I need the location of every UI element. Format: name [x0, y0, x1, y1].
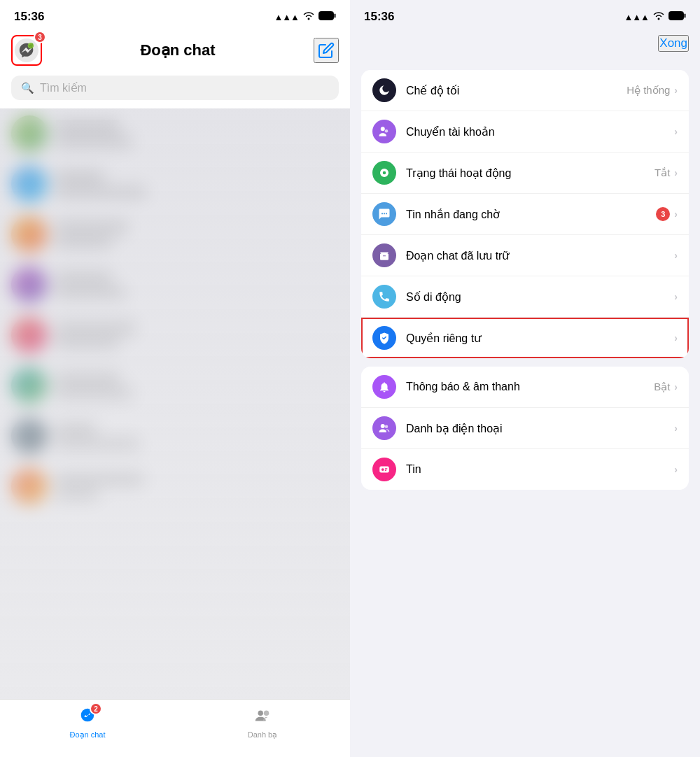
archive-icon: [378, 249, 391, 262]
wifi-icon-left: [303, 10, 314, 23]
svg-point-20: [382, 468, 384, 471]
archived-chats-chevron: ›: [674, 250, 678, 261]
dark-mode-value: Hệ thống: [626, 84, 670, 97]
page-title-left: Đoạn chat: [140, 41, 215, 59]
status-icons-left: ▲▲▲: [274, 10, 336, 23]
notifications-label: Thông báo & âm thanh: [406, 381, 654, 393]
menu-item-dark-mode[interactable]: Chế độ tối Hệ thống ›: [361, 70, 689, 111]
search-placeholder: Tìm kiếm: [40, 81, 87, 94]
menu-item-switch-account[interactable]: Chuyển tài khoản ›: [361, 111, 689, 153]
tab-item-doan-chat[interactable]: 2 Đoạn chat: [0, 707, 175, 740]
menu-item-media[interactable]: Tin ›: [361, 449, 689, 490]
svg-point-16: [386, 213, 387, 214]
search-bar[interactable]: 🔍 Tìm kiếm: [11, 76, 339, 100]
switch-icon: [378, 125, 391, 138]
tab-item-danh-ba[interactable]: Danh bạ: [175, 707, 350, 740]
menu-container: Chế độ tối Hệ thống › Chuyển tài khoản ›: [350, 70, 700, 757]
menu-item-pending-messages[interactable]: Tin nhắn đang chờ 3 ›: [361, 194, 689, 235]
notifications-icon-wrap: [372, 375, 396, 399]
svg-point-6: [258, 711, 263, 716]
chat-list: ████████ ███████████ ██████ ████████████…: [0, 108, 350, 699]
notifications-value: Bật: [654, 381, 670, 393]
contacts-label: Danh bạ điện thoại: [406, 422, 674, 435]
tab-icon-wrap-contacts: [253, 707, 272, 728]
active-status-icon-wrap: [372, 161, 396, 185]
menu-item-notifications[interactable]: Thông báo & âm thanh Bật ›: [361, 367, 689, 408]
media-chevron: ›: [674, 464, 678, 475]
right-panel: 15:36 ▲▲▲ Xong: [350, 0, 700, 757]
svg-rect-0: [319, 12, 334, 20]
svg-point-18: [385, 425, 388, 429]
svg-rect-8: [669, 12, 684, 20]
svg-point-7: [264, 711, 269, 716]
active-status-chevron: ›: [674, 167, 678, 178]
compose-button[interactable]: [314, 38, 339, 63]
privacy-icon-wrap: [372, 326, 396, 350]
pending-messages-chevron: ›: [674, 208, 678, 220]
menu-section-2: Thông báo & âm thanh Bật › Danh bạ điện …: [361, 367, 689, 490]
svg-point-17: [381, 424, 385, 428]
dark-mode-label: Chế độ tối: [406, 84, 626, 97]
menu-item-phone[interactable]: Số di động ›: [361, 276, 689, 318]
svg-point-11: [385, 129, 388, 133]
switch-account-icon-wrap: [372, 120, 396, 143]
menu-item-privacy[interactable]: Quyền riêng tư ›: [361, 318, 689, 358]
svg-text:🌿: 🌿: [28, 43, 34, 49]
menu-item-contacts[interactable]: Danh bạ điện thoại ›: [361, 408, 689, 449]
signal-icon-left: ▲▲▲: [274, 12, 299, 22]
privacy-label: Quyền riêng tư: [406, 332, 674, 345]
tab-label-danh-ba: Danh bạ: [248, 730, 277, 740]
signal-icon-right: ▲▲▲: [624, 12, 649, 22]
search-icon-left: 🔍: [21, 82, 34, 94]
svg-rect-19: [379, 467, 389, 473]
status-time-right: 15:36: [364, 10, 394, 24]
phone-chevron: ›: [674, 291, 678, 302]
pending-messages-label: Tin nhắn đang chờ: [406, 208, 656, 221]
pending-messages-badge: 3: [656, 207, 670, 221]
svg-rect-22: [385, 469, 386, 471]
app-icon-badge-container[interactable]: 🌿 3: [11, 35, 42, 66]
dark-mode-chevron: ›: [674, 85, 678, 96]
contacts-icon-wrap: [372, 416, 396, 440]
moon-icon: [378, 84, 391, 97]
battery-icon-right: [668, 10, 686, 23]
status-bar-right: 15:36 ▲▲▲: [350, 0, 700, 31]
shield-icon: [378, 332, 391, 344]
nav-bar-right: Xong: [350, 31, 700, 59]
phone-icon: [378, 290, 391, 303]
archived-chats-icon-wrap: [372, 243, 396, 267]
status-bar-left: 15:36 ▲▲▲: [0, 0, 350, 31]
archived-chats-label: Đoạn chat đã lưu trữ: [406, 249, 674, 262]
svg-point-13: [383, 171, 386, 175]
tab-bar-left: 2 Đoạn chat Danh bạ: [0, 699, 350, 757]
contacts-icon: [378, 422, 391, 434]
status-time-left: 15:36: [14, 10, 44, 24]
bell-icon: [378, 381, 391, 393]
media-label: Tin: [406, 463, 674, 476]
app-badge: 3: [34, 31, 46, 43]
blur-overlay: [0, 108, 350, 699]
left-panel: 15:36 ▲▲▲: [0, 0, 350, 757]
media-icon: [378, 463, 391, 476]
chat-bubble-icon: [378, 208, 391, 220]
battery-icon-left: [318, 10, 336, 23]
svg-point-10: [381, 127, 385, 131]
done-button[interactable]: Xong: [658, 35, 689, 52]
menu-item-archived-chats[interactable]: Đoạn chat đã lưu trữ ›: [361, 235, 689, 276]
active-status-label: Trạng thái hoạt động: [406, 167, 654, 180]
contacts-tab-icon: [253, 707, 272, 725]
active-status-value: Tắt: [654, 167, 670, 179]
switch-account-chevron: ›: [674, 126, 678, 137]
svg-rect-1: [335, 14, 336, 18]
active-status-icon: [378, 167, 391, 179]
svg-rect-9: [685, 14, 686, 18]
tab-icon-wrap-chat: 2: [78, 707, 97, 728]
messenger-app-icon: 🌿: [15, 38, 38, 62]
phone-label: Số di động: [406, 290, 674, 304]
pending-messages-icon-wrap: [372, 202, 396, 226]
nav-bar-left: 🌿 3 Đoạn chat: [0, 31, 350, 73]
notifications-chevron: ›: [674, 381, 678, 392]
tab-badge-chat: 2: [90, 702, 102, 715]
svg-point-14: [382, 213, 383, 214]
menu-item-active-status[interactable]: Trạng thái hoạt động Tắt ›: [361, 153, 689, 194]
